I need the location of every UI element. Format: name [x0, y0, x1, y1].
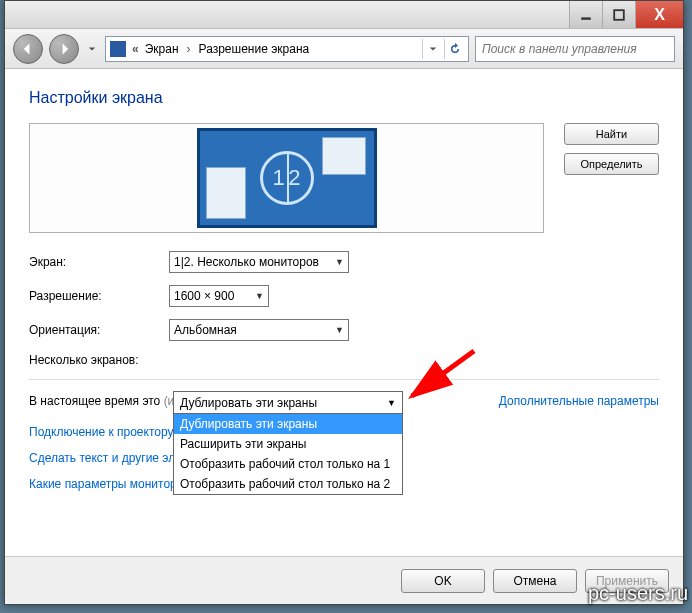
- row-resolution: Разрешение: 1600 × 900▼: [29, 285, 659, 307]
- address-dropdown-icon[interactable]: [422, 39, 442, 59]
- dropdown-option-extend[interactable]: Расширить эти экраны: [174, 434, 402, 454]
- maximize-button[interactable]: [602, 1, 635, 28]
- monitor-window-thumb: [206, 167, 246, 219]
- projector-link[interactable]: Подключение к проектору: [29, 425, 174, 439]
- separator: [29, 379, 659, 380]
- row-screen: Экран: 1|2. Несколько мониторов▼: [29, 251, 659, 273]
- select-screen[interactable]: 1|2. Несколько мониторов▼: [169, 251, 349, 273]
- dropdown-option-show-only-2[interactable]: Отобразить рабочий стол только на 2: [174, 474, 402, 494]
- identify-button[interactable]: Определить: [564, 153, 659, 175]
- chevron-down-icon: ▼: [387, 398, 396, 408]
- preview-side-buttons: Найти Определить: [564, 123, 659, 175]
- svg-rect-1: [614, 10, 624, 20]
- breadcrumb-resolution[interactable]: Разрешение экрана: [199, 42, 310, 56]
- row-orientation: Ориентация: Альбомная▼: [29, 319, 659, 341]
- nav-history-dropdown[interactable]: [85, 35, 99, 63]
- select-orientation[interactable]: Альбомная▼: [169, 319, 349, 341]
- address-bar[interactable]: « Экран Разрешение экрана: [105, 36, 469, 62]
- ok-button[interactable]: OK: [401, 569, 485, 593]
- monitor-preview[interactable]: 1 2: [29, 123, 544, 233]
- breadcrumb-separator: [185, 42, 193, 56]
- monitor-thumbnail[interactable]: 1 2: [197, 128, 377, 228]
- row-multiple-displays: Несколько экранов:: [29, 353, 659, 367]
- search-input[interactable]: [482, 42, 668, 56]
- close-icon: X: [654, 6, 665, 24]
- refresh-icon[interactable]: [444, 39, 464, 59]
- back-button[interactable]: [13, 34, 43, 64]
- monitor-preview-row: 1 2 Найти Определить: [29, 123, 659, 233]
- button-bar: OK Отмена Применить: [5, 556, 683, 604]
- chevron-down-icon: ▼: [255, 291, 264, 301]
- watermark: pc-users.ru: [588, 582, 688, 605]
- cancel-button[interactable]: Отмена: [493, 569, 577, 593]
- forward-button[interactable]: [49, 34, 79, 64]
- navbar: « Экран Разрешение экрана: [5, 29, 683, 69]
- chevron-down-icon: ▼: [335, 257, 344, 267]
- dropdown-selected-header[interactable]: Дублировать эти экраны ▼: [174, 392, 402, 414]
- label-resolution: Разрешение:: [29, 289, 169, 303]
- breadcrumb-prefix: «: [132, 42, 139, 56]
- chevron-down-icon: ▼: [335, 325, 344, 335]
- monitor-number-badge: 1 2: [260, 151, 314, 205]
- close-button[interactable]: X: [635, 1, 683, 28]
- minimize-button[interactable]: [569, 1, 602, 28]
- search-box[interactable]: [475, 36, 675, 62]
- select-resolution[interactable]: 1600 × 900▼: [169, 285, 269, 307]
- multiple-displays-dropdown[interactable]: Дублировать эти экраны ▼ Дублировать эти…: [173, 391, 403, 495]
- dropdown-option-show-only-1[interactable]: Отобразить рабочий стол только на 1: [174, 454, 402, 474]
- find-button[interactable]: Найти: [564, 123, 659, 145]
- label-multiple-displays: Несколько экранов:: [29, 353, 169, 367]
- status-text: В настоящее время это: [29, 394, 164, 408]
- window: X « Экран Разрешение экрана Н: [4, 0, 684, 605]
- page-title: Настройки экрана: [29, 89, 659, 107]
- svg-rect-0: [581, 17, 591, 19]
- advanced-settings-link[interactable]: Дополнительные параметры: [499, 394, 659, 408]
- dropdown-option-duplicate[interactable]: Дублировать эти экраны: [174, 414, 402, 434]
- titlebar: X: [5, 1, 683, 29]
- breadcrumb-screen[interactable]: Экран: [145, 42, 179, 56]
- control-panel-icon: [110, 41, 126, 57]
- label-screen: Экран:: [29, 255, 169, 269]
- monitor-window-thumb: [322, 137, 366, 175]
- label-orientation: Ориентация:: [29, 323, 169, 337]
